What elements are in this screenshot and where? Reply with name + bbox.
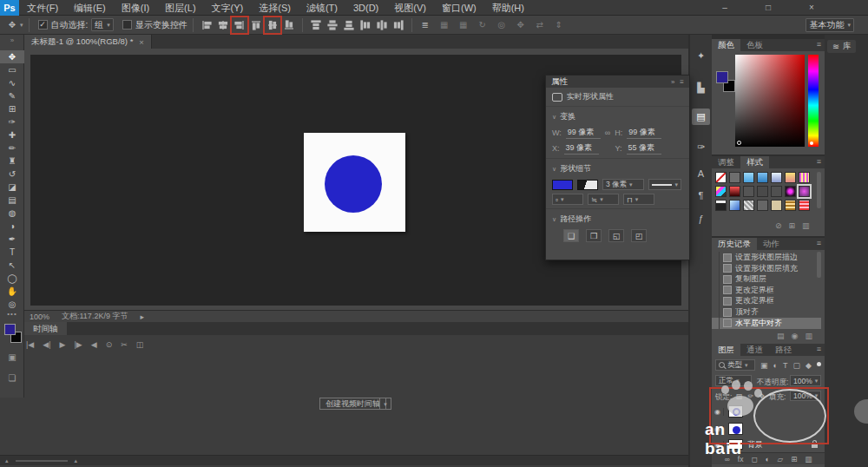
panel-menu-icon[interactable]: ≡	[817, 40, 821, 49]
align-group-button[interactable]: ▦	[437, 17, 452, 33]
stroke-color-swatch[interactable]	[577, 180, 598, 190]
style-swatch[interactable]	[743, 172, 754, 183]
threed-slide-button[interactable]: ⇄	[532, 17, 548, 33]
color-field-marker[interactable]	[737, 141, 741, 145]
eraser-tool[interactable]: ◪	[0, 181, 24, 194]
audio-button[interactable]: ◀	[91, 340, 97, 349]
layer-effects-icon[interactable]: fx	[738, 455, 744, 464]
glyphs-icon[interactable]: ƒ	[692, 210, 710, 227]
lock-pixels-icon[interactable]: ✏	[748, 392, 754, 400]
align-left-button[interactable]	[199, 17, 214, 33]
brush-tool[interactable]: ✏	[0, 141, 24, 155]
style-swatch[interactable]	[729, 186, 740, 197]
history-state-row[interactable]: 设置形状图层填充	[712, 263, 821, 274]
filter-smart-icon[interactable]: ◆	[806, 361, 812, 370]
zoom-level[interactable]: 100%	[30, 312, 49, 321]
distribute-top-button[interactable]	[308, 17, 324, 33]
saturation-brightness-field[interactable]	[735, 55, 805, 147]
layer-row-ellipse-copy[interactable]: ◉	[712, 420, 825, 437]
fill-color-swatch[interactable]	[552, 180, 573, 190]
next-frame-button[interactable]: |▶	[74, 340, 82, 349]
menu-item[interactable]: 3D(D)	[345, 0, 386, 16]
distribute-vcenter-button[interactable]	[325, 17, 340, 33]
style-swatch[interactable]	[729, 172, 740, 183]
stroke-width-dropdown[interactable]: 3 像素 ▾	[602, 179, 644, 190]
styles-scrollbar[interactable]	[817, 172, 821, 208]
lasso-tool[interactable]: ∿	[0, 76, 24, 89]
link-dimensions-icon[interactable]: ∞	[605, 128, 610, 137]
new-style-icon[interactable]: ⊞	[789, 221, 796, 230]
align-bottom-button[interactable]	[281, 17, 297, 33]
x-field[interactable]: 39 像素	[564, 142, 599, 155]
y-field[interactable]: 55 像素	[627, 142, 661, 155]
history-state-row[interactable]: 顶对齐	[712, 306, 821, 318]
libraries-tab[interactable]: ≋ 库	[827, 40, 856, 53]
style-swatch[interactable]	[757, 186, 768, 197]
histogram-icon[interactable]: ▙	[692, 80, 710, 96]
style-swatch[interactable]	[785, 186, 796, 197]
style-swatch[interactable]	[715, 200, 727, 211]
blue-ellipse-shape[interactable]	[325, 155, 382, 213]
gradient-tool[interactable]: ▤	[0, 194, 24, 207]
eyedropper-tool[interactable]: ✑	[0, 115, 24, 128]
layer-mask-icon[interactable]: ◻	[751, 455, 757, 464]
edit-toolbar-icon[interactable]: •••	[0, 310, 24, 318]
style-swatch[interactable]	[799, 200, 810, 211]
new-layer-icon[interactable]: ⊞	[791, 455, 797, 464]
distribute-left-button[interactable]	[358, 17, 373, 33]
style-swatch[interactable]	[757, 200, 768, 211]
align-right-button[interactable]	[232, 17, 247, 33]
hue-slider-marker[interactable]	[810, 141, 813, 145]
history-state-row[interactable]: 水平居中对齐	[712, 318, 821, 329]
layer-row-background[interactable]: ◉ 背景	[712, 437, 825, 451]
workspace-switcher[interactable]: 基本功能 ▾	[806, 18, 854, 32]
menu-item[interactable]: 编辑(E)	[66, 0, 114, 16]
style-swatch[interactable]	[743, 186, 754, 197]
visibility-eye-icon[interactable]: ◉	[712, 408, 724, 416]
panel-menu-icon[interactable]: ≡	[817, 239, 821, 247]
menu-item[interactable]: 选择(S)	[251, 0, 299, 16]
threed-roll-button[interactable]: ◎	[494, 17, 510, 33]
style-swatch[interactable]	[757, 172, 768, 183]
filter-type-icon[interactable]: T	[783, 361, 788, 370]
layer-thumbnail[interactable]	[728, 423, 743, 435]
hand-tool[interactable]: ✋	[0, 285, 24, 298]
panel-tab[interactable]: 图层	[712, 344, 740, 356]
stroke-corner-select[interactable]: ⊓ ▾	[623, 194, 654, 205]
blend-mode-dropdown[interactable]: 正常 ▾	[715, 375, 752, 386]
layer-group-icon[interactable]: ▱	[778, 455, 784, 464]
menu-item[interactable]: 视图(V)	[386, 0, 434, 16]
delete-layer-icon[interactable]: ▥	[805, 455, 812, 464]
layer-row-ellipse[interactable]: ◉	[712, 403, 825, 420]
threed-drag-button[interactable]: ✥	[513, 17, 529, 33]
filter-pixel-icon[interactable]: ▣	[760, 361, 768, 370]
combine-shapes-button[interactable]: ❑	[563, 229, 579, 242]
auto-select-checkbox[interactable]: ✓	[38, 20, 48, 30]
foreground-color-swatch[interactable]	[4, 324, 16, 335]
intersect-shapes-button[interactable]: ◱	[608, 229, 624, 242]
style-swatch[interactable]	[729, 200, 740, 211]
adjustments-icon[interactable]: ✦	[692, 48, 710, 64]
history-source-checkbox[interactable]	[712, 318, 720, 329]
threed-rotate-button[interactable]: ↻	[475, 17, 490, 33]
distribute-bottom-button[interactable]	[341, 17, 357, 33]
layer-filter-dropdown[interactable]: 类型 ▾	[715, 359, 755, 371]
panel-foreground-swatch[interactable]	[716, 71, 728, 83]
path-selection-tool[interactable]: ↖	[0, 259, 24, 272]
history-state-row[interactable]: 更改定界框	[712, 285, 821, 296]
panel-menu-icon[interactable]: ≡	[680, 78, 684, 86]
section-shape-details[interactable]: ∨ 形状细节	[546, 158, 689, 175]
style-swatch[interactable]	[785, 172, 796, 183]
history-source-checkbox[interactable]	[712, 306, 720, 318]
stroke-cap-select[interactable]: ≒ ▾	[588, 194, 619, 205]
first-frame-button[interactable]: |◀	[26, 340, 34, 349]
history-source-checkbox[interactable]	[712, 295, 720, 306]
lock-transparency-icon[interactable]: ▨	[736, 392, 743, 400]
panel-tab[interactable]: 色板	[740, 39, 769, 51]
panel-tab[interactable]: 历史记录	[712, 238, 757, 250]
properties-icon[interactable]: ▤	[692, 109, 710, 125]
new-snapshot-icon[interactable]: ◉	[792, 332, 799, 340]
panel-menu-icon[interactable]: ≡	[817, 157, 821, 166]
style-swatch[interactable]	[715, 172, 727, 183]
distribute-hcenter-button[interactable]	[374, 17, 390, 33]
